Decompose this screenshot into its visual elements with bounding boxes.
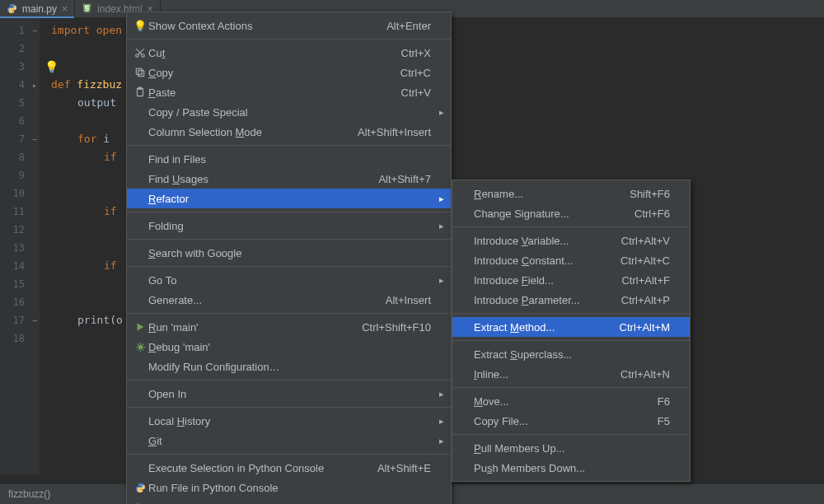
fold-icon[interactable]: ▸ bbox=[32, 81, 37, 90]
menu-item-shortcut: Ctrl+X bbox=[401, 47, 431, 59]
refactor-menu-item-extract-superclass[interactable]: Extract Superclass... bbox=[452, 344, 690, 364]
close-icon[interactable]: × bbox=[62, 4, 68, 14]
breadcrumb[interactable]: fizzbuzz() bbox=[8, 488, 50, 500]
refactor-menu-item-extract-method[interactable]: Extract Method...Ctrl+Alt+M bbox=[452, 317, 690, 337]
gutter-line: 16 bbox=[0, 293, 40, 311]
context-menu-item-run-main[interactable]: Run 'main'Ctrl+Shift+F10 bbox=[127, 317, 451, 337]
context-menu-item-column-selection-mode[interactable]: Column Selection ModeAlt+Shift+Insert bbox=[127, 122, 451, 142]
menu-item-label: Find in Files bbox=[148, 153, 206, 166]
chevron-right-icon: ▸ bbox=[439, 389, 444, 399]
menu-item-shortcut: Ctrl+V bbox=[401, 86, 431, 99]
html-file-icon bbox=[82, 2, 92, 16]
menu-item-label: Inline... bbox=[474, 368, 508, 380]
refactor-menu-item-introduce-variable[interactable]: Introduce Variable...Ctrl+Alt+V bbox=[452, 231, 690, 250]
context-menu-item-find-in-files[interactable]: Find in Files bbox=[127, 149, 451, 169]
refactor-menu-item-introduce-parameter[interactable]: Introduce Parameter...Ctrl+Alt+P bbox=[452, 290, 690, 310]
menu-separator bbox=[127, 313, 451, 314]
menu-item-shortcut: Ctrl+Alt+M bbox=[620, 321, 670, 334]
context-menu-item-refactor[interactable]: Refactor▸ bbox=[127, 189, 451, 208]
context-menu-item-compare-with-clipboard[interactable]: Compare with Clipboard bbox=[127, 497, 451, 504]
refactor-menu-item-change-signature[interactable]: Change Signature...Ctrl+F6 bbox=[452, 203, 690, 223]
context-menu-item-show-context-actions[interactable]: 💡Show Context ActionsAlt+Enter bbox=[127, 16, 451, 35]
context-menu-item-git[interactable]: Git▸ bbox=[127, 431, 451, 450]
ide-window: main.py × index.html × 1−234▸567−8910111… bbox=[0, 0, 824, 504]
context-menu-item-go-to[interactable]: Go To▸ bbox=[127, 270, 451, 290]
svg-rect-2 bbox=[138, 71, 144, 77]
fold-icon[interactable]: − bbox=[32, 26, 37, 35]
context-menu-item-search-with-google[interactable]: Search with Google bbox=[127, 243, 451, 263]
menu-item-shortcut: Shift+F6 bbox=[630, 188, 670, 200]
context-menu-item-find-usages[interactable]: Find UsagesAlt+Shift+7 bbox=[127, 169, 451, 189]
refactor-menu-item-introduce-constant[interactable]: Introduce Constant...Ctrl+Alt+C bbox=[452, 250, 690, 270]
gutter-line: 12 bbox=[0, 221, 40, 239]
context-menu-item-local-history[interactable]: Local History▸ bbox=[127, 411, 451, 431]
menu-separator bbox=[127, 212, 451, 212]
context-menu-item-paste[interactable]: PasteCtrl+V bbox=[127, 82, 451, 102]
svg-rect-3 bbox=[136, 68, 142, 74]
context-menu-item-copy-paste-special[interactable]: Copy / Paste Special▸ bbox=[127, 102, 451, 122]
refactor-menu-item-pull-members-up[interactable]: Pull Members Up... bbox=[452, 438, 690, 458]
refactor-menu-item-copy-file[interactable]: Copy File...F5 bbox=[452, 411, 690, 431]
gutter-line: 1− bbox=[0, 21, 40, 40]
context-menu-item-copy[interactable]: CopyCtrl+C bbox=[127, 63, 451, 82]
context-menu-item-modify-run-configuration[interactable]: Modify Run Configuration… bbox=[127, 357, 451, 376]
tab-label: main.py bbox=[22, 3, 57, 15]
menu-item-shortcut: Alt+Shift+E bbox=[377, 462, 431, 474]
menu-separator bbox=[452, 313, 690, 314]
context-menu-item-open-in[interactable]: Open In▸ bbox=[127, 384, 451, 404]
copy-icon bbox=[132, 67, 148, 78]
menu-separator bbox=[452, 226, 690, 227]
context-menu: 💡Show Context ActionsAlt+EnterCutCtrl+XC… bbox=[126, 12, 452, 504]
menu-item-label: Copy File... bbox=[474, 415, 528, 427]
context-menu-item-folding[interactable]: Folding▸ bbox=[127, 216, 451, 236]
gutter-line: 7− bbox=[0, 130, 40, 148]
fold-icon[interactable]: − bbox=[32, 316, 37, 325]
context-menu-item-cut[interactable]: CutCtrl+X bbox=[127, 43, 451, 63]
menu-item-label: Open In bbox=[148, 388, 186, 400]
chevron-right-icon: ▸ bbox=[439, 436, 444, 446]
menu-item-label: Execute Selection in Python Console bbox=[148, 462, 324, 474]
debug-icon bbox=[132, 342, 148, 352]
menu-item-label: Introduce Constant... bbox=[474, 254, 574, 267]
menu-separator bbox=[127, 407, 451, 408]
refactor-menu-item-rename[interactable]: Rename...Shift+F6 bbox=[452, 184, 690, 203]
menu-item-shortcut: F5 bbox=[658, 415, 670, 427]
menu-item-label: Copy / Paste Special bbox=[148, 106, 248, 119]
context-menu-item-execute-selection-in-python-console[interactable]: Execute Selection in Python ConsoleAlt+S… bbox=[127, 458, 451, 478]
chevron-right-icon: ▸ bbox=[439, 275, 444, 286]
menu-item-shortcut: Ctrl+Shift+F10 bbox=[362, 321, 431, 334]
chevron-right-icon: ▸ bbox=[439, 221, 444, 231]
gutter-line: 8 bbox=[0, 148, 40, 166]
menu-item-label: Rename... bbox=[474, 188, 523, 200]
bulb-icon[interactable]: 💡 bbox=[44, 58, 59, 76]
gutter-line: 14 bbox=[0, 257, 40, 275]
refactor-menu-item-move[interactable]: Move...F6 bbox=[452, 391, 690, 411]
run-icon bbox=[132, 322, 148, 332]
menu-separator bbox=[127, 239, 451, 240]
menu-item-label: Move... bbox=[474, 395, 509, 408]
refactor-menu-item-push-members-down[interactable]: Push Members Down... bbox=[452, 458, 690, 478]
gutter-line: 2 bbox=[0, 40, 40, 58]
menu-item-shortcut: Ctrl+Alt+P bbox=[621, 294, 670, 306]
menu-item-shortcut: Alt+Shift+7 bbox=[378, 173, 431, 185]
chevron-right-icon: ▸ bbox=[439, 194, 444, 204]
context-menu-item-generate[interactable]: Generate...Alt+Insert bbox=[127, 290, 451, 310]
menu-item-shortcut: Ctrl+Alt+C bbox=[620, 254, 670, 267]
menu-item-label: Run File in Python Console bbox=[148, 482, 279, 494]
gutter-line: 18 bbox=[0, 329, 40, 348]
refactor-menu-item-introduce-field[interactable]: Introduce Field...Ctrl+Alt+F bbox=[452, 270, 690, 290]
menu-separator bbox=[127, 266, 451, 267]
refactor-menu-item-inline[interactable]: Inline...Ctrl+Alt+N bbox=[452, 364, 690, 384]
tab-main-py[interactable]: main.py × bbox=[0, 0, 75, 18]
gutter: 1−234▸567−891011121314151617−18 bbox=[0, 18, 40, 475]
menu-item-label: Refactor bbox=[148, 193, 189, 205]
fold-icon[interactable]: − bbox=[32, 135, 37, 144]
menu-item-label: Generate... bbox=[148, 294, 202, 306]
paste-icon bbox=[132, 86, 148, 98]
menu-separator bbox=[452, 434, 690, 435]
context-menu-item-run-file-in-python-console[interactable]: Run File in Python Console bbox=[127, 478, 451, 497]
context-menu-item-debug-main[interactable]: Debug 'main' bbox=[127, 337, 451, 357]
gutter-line: 13 bbox=[0, 239, 40, 257]
menu-item-shortcut: Ctrl+Alt+V bbox=[621, 235, 670, 247]
gutter-line: 15 bbox=[0, 275, 40, 293]
